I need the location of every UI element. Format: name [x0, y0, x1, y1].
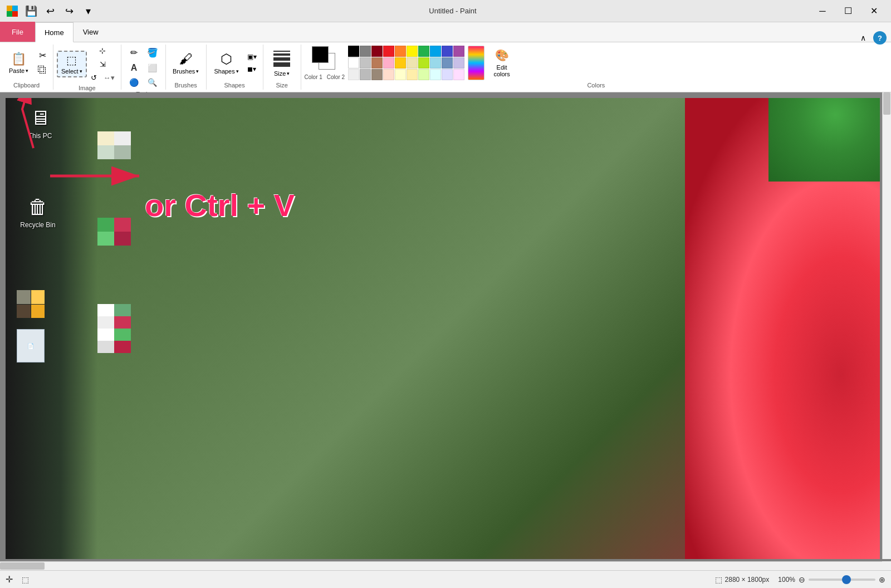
close-button[interactable]: ✕ — [861, 0, 887, 22]
gradient-strip — [468, 46, 484, 80]
brush-icon: 🖌 — [179, 51, 193, 67]
shapes-button[interactable]: ⬡ Shapes ▾ — [210, 50, 243, 76]
size-group-label: Size — [267, 81, 297, 90]
image-group: ⬚ Select ▾ ⊹ ⇲ ↺ ↔▾ Image — [53, 45, 121, 90]
picker-tool[interactable]: 🔵 — [126, 76, 143, 89]
swatch-e3[interactable] — [371, 69, 383, 80]
tab-home[interactable]: Home — [35, 22, 74, 42]
crop-button[interactable]: ⊹ — [88, 45, 118, 57]
canvas-background: 🖥 This PC 🗑 Recycle Bin — [6, 98, 880, 559]
minimize-button[interactable]: ─ — [810, 0, 835, 22]
size-button[interactable]: Size ▾ — [267, 47, 297, 79]
help-button[interactable]: ? — [873, 31, 887, 45]
swatch-teal[interactable] — [430, 46, 441, 57]
swatch-blue[interactable] — [442, 46, 453, 57]
swatch-red[interactable] — [383, 46, 394, 57]
size-label: Size — [274, 70, 286, 77]
swatch-orange[interactable] — [395, 46, 406, 57]
scrollbar-corner — [882, 561, 891, 570]
scrollbar-h-thumb[interactable] — [0, 562, 45, 570]
recycle-bin-icon: 🗑 Recycle Bin — [16, 195, 60, 229]
cut-button[interactable]: ✂ — [35, 48, 50, 62]
tab-file[interactable]: File — [0, 22, 35, 42]
scrollbar-horizontal[interactable] — [0, 561, 882, 570]
edit-colors-label: Edit colors — [493, 64, 510, 77]
color1-box[interactable] — [312, 46, 329, 63]
fill-shape-button[interactable]: ◼▾ — [244, 63, 260, 75]
shapes-dropdown[interactable]: ▾ — [236, 68, 239, 74]
save-icon[interactable]: 💾 — [23, 3, 39, 19]
swatch-e10[interactable] — [453, 69, 464, 80]
swatch-purple[interactable] — [453, 46, 464, 57]
svg-rect-1 — [12, 6, 18, 11]
swatch-e2[interactable] — [360, 69, 371, 80]
this-pc-image: 🖥 — [30, 106, 50, 130]
ribbon-expand-button[interactable]: ∧ — [856, 31, 870, 45]
swatch-e5[interactable] — [395, 69, 406, 80]
swatch-black[interactable] — [348, 46, 359, 57]
paint-canvas[interactable]: 🖥 This PC 🗑 Recycle Bin — [6, 98, 880, 559]
redo-icon[interactable]: ↪ — [61, 3, 77, 19]
clipboard-group: 📋 Paste ▾ ✂ ⿻ Clipboard — [0, 45, 53, 90]
paste-dropdown[interactable]: ▾ — [26, 68, 28, 74]
zoom-slider[interactable] — [809, 579, 875, 581]
select-dropdown[interactable]: ▾ — [80, 68, 82, 74]
zoom-out-button[interactable]: ⊖ — [799, 575, 805, 584]
image-label: Image — [57, 84, 118, 92]
swatch-e9[interactable] — [442, 69, 453, 80]
swatch-lgreen[interactable] — [418, 57, 429, 68]
paste-label: Paste — [9, 67, 25, 74]
eraser-tool[interactable]: ⬜ — [144, 61, 161, 75]
maximize-button[interactable]: ☐ — [835, 0, 861, 22]
swatch-darkred[interactable] — [371, 46, 383, 57]
fill-tool[interactable]: 🪣 — [144, 46, 161, 60]
zoom-in-button[interactable]: ⊕ — [879, 575, 885, 584]
swatch-lgray[interactable] — [360, 57, 371, 68]
selection-status: ⬚ — [22, 575, 29, 584]
select-button[interactable]: ⬚ Select ▾ — [57, 51, 87, 77]
swatch-lpurple[interactable] — [453, 57, 464, 68]
brushes-dropdown[interactable]: ▾ — [196, 68, 199, 74]
pencil-tool[interactable]: ✏ — [126, 46, 143, 60]
ribbon: File Home View 📋 Paste ▾ ✂ ⿻ Clipboard — [0, 22, 891, 93]
swatch-gold[interactable] — [395, 57, 406, 68]
selection-icon: ⬚ — [22, 575, 29, 584]
swatch-e1[interactable] — [348, 69, 359, 80]
edit-colors-button[interactable]: 🎨 Edit colors — [488, 46, 516, 80]
swatch-white[interactable] — [348, 57, 359, 68]
copy-button[interactable]: ⿻ — [35, 63, 50, 77]
swatch-e7[interactable] — [418, 69, 429, 80]
swatch-e6[interactable] — [407, 69, 418, 80]
swatch-e4[interactable] — [383, 69, 394, 80]
recycle-bin-label: Recycle Bin — [20, 221, 55, 229]
colors-group: Color 1 Color 2 — [301, 45, 891, 90]
text-tool[interactable]: A — [126, 61, 143, 75]
swatch-e8[interactable] — [430, 69, 441, 80]
scrollbar-vertical[interactable] — [882, 92, 891, 559]
brushes-button[interactable]: 🖌 Brushes ▾ — [169, 50, 203, 76]
resize-button[interactable]: ⇲ — [88, 58, 118, 70]
swatch-green[interactable] — [418, 46, 429, 57]
swatch-lyellow[interactable] — [407, 57, 418, 68]
titlebar-left: 💾 ↩ ↪ ▾ — [4, 3, 96, 19]
brushes-body: 🖌 Brushes ▾ — [169, 45, 203, 81]
zoom-slider-thumb[interactable] — [842, 575, 851, 584]
swatch-pink[interactable] — [383, 57, 394, 68]
tab-view[interactable]: View — [74, 22, 108, 42]
swatch-brown[interactable] — [371, 57, 383, 68]
swatch-lblue[interactable] — [442, 57, 453, 68]
swatch-dgray[interactable] — [360, 46, 371, 57]
outline-button[interactable]: ▣▾ — [244, 51, 260, 62]
customize-icon[interactable]: ▾ — [80, 3, 96, 19]
undo-icon[interactable]: ↩ — [42, 3, 58, 19]
folder-icon — [17, 290, 45, 318]
flip-button[interactable]: ↔▾ — [101, 72, 118, 84]
rotate-button[interactable]: ↺ — [88, 72, 100, 84]
zoom-tool[interactable]: 🔍 — [144, 76, 161, 89]
recycle-bin-image: 🗑 — [28, 195, 48, 219]
swatch-yellow[interactable] — [407, 46, 418, 57]
paste-button[interactable]: 📋 Paste ▾ — [3, 50, 34, 76]
scrollbar-v-thumb[interactable] — [883, 92, 890, 115]
size-dropdown[interactable]: ▾ — [287, 71, 290, 76]
swatch-lteal[interactable] — [430, 57, 441, 68]
